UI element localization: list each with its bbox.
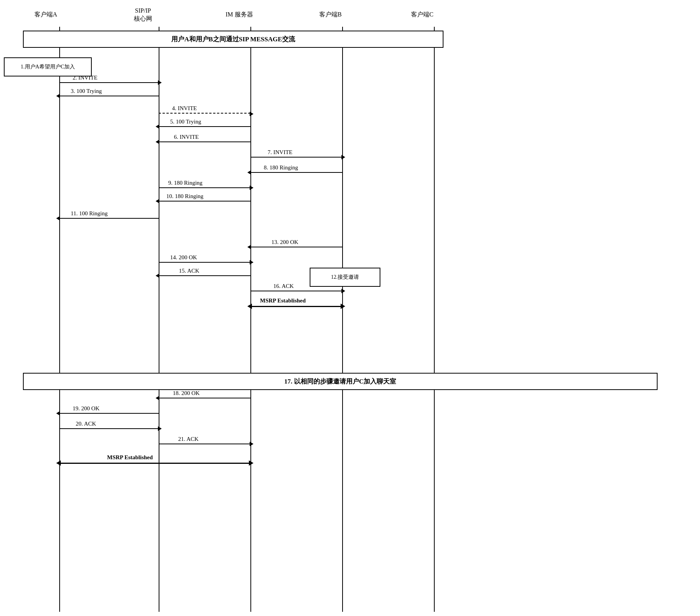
arrow-13-ok — [250, 247, 342, 247]
lane-line-clientC — [434, 27, 435, 612]
arrow-msrp2 — [59, 463, 250, 464]
label-8-ringing: 8. 180 Ringing — [264, 164, 298, 171]
label-msrp1: MSRP Established — [260, 297, 306, 304]
lane-label-im: IM 服务器 — [226, 11, 253, 19]
lane-line-sip — [159, 27, 159, 612]
label-5-trying: 5. 100 Trying — [170, 119, 201, 125]
arrow-9-ringing — [159, 187, 250, 188]
label-2-invite: 2. INVITE — [73, 75, 97, 81]
label-13-ok: 13. 200 OK — [271, 239, 298, 245]
arrow-16-ack — [250, 291, 342, 291]
label-19-ok: 19. 200 OK — [73, 405, 99, 412]
diagram: 客户端A SIP/IP核心网 IM 服务器 客户端B 客户端C 用户A和用户B之… — [0, 0, 700, 616]
arrow-10-ringing — [159, 201, 250, 202]
action-box-accept-invite: 12.接受邀请 — [310, 268, 380, 287]
arrow-4-invite — [159, 113, 250, 114]
arrow-2-invite — [59, 82, 159, 83]
label-21-ack: 21. ACK — [178, 436, 198, 442]
header-box-msg-exchange: 用户A和用户B之间通过SIP MESSAGE交流 — [23, 31, 443, 48]
label-6-invite: 6. INVITE — [174, 134, 199, 140]
arrow-18-ok — [159, 398, 250, 398]
label-7-invite: 7. INVITE — [268, 149, 292, 156]
lane-line-clientA — [59, 27, 60, 612]
label-9-ringing: 9. 180 Ringing — [168, 180, 203, 186]
arrow-6-invite — [159, 141, 250, 142]
label-4-invite: 4. INVITE — [172, 105, 197, 112]
action-box-user-c-join: 1.用户A希望用户C加入 — [4, 57, 92, 76]
lane-label-clientC: 客户端C — [411, 11, 434, 19]
label-16-ack: 16. ACK — [273, 283, 294, 289]
arrow-5-trying — [159, 126, 250, 127]
lane-label-clientB: 客户端B — [319, 11, 342, 19]
label-msrp2: MSRP Established — [107, 454, 153, 461]
lane-line-clientB — [342, 27, 343, 612]
arrow-20-ack — [59, 428, 159, 429]
arrow-11-ringing — [59, 218, 159, 219]
label-15-ack: 15. ACK — [179, 268, 199, 274]
arrow-14-ok — [159, 262, 250, 263]
label-14-ok: 14. 200 OK — [170, 254, 197, 261]
arrow-7-invite — [250, 157, 342, 158]
label-10-ringing: 10. 180 Ringing — [166, 193, 203, 200]
label-20-ack: 20. ACK — [76, 421, 96, 427]
arrow-3-trying — [59, 96, 159, 96]
arrow-15-ack — [159, 275, 250, 276]
arrow-msrp1 — [250, 306, 342, 307]
arrow-19-ok — [59, 413, 159, 414]
label-18-ok: 18. 200 OK — [173, 390, 200, 397]
arrow-8-ringing — [250, 172, 342, 173]
lane-label-sip: SIP/IP核心网 — [134, 7, 152, 23]
header-box-invite-c: 17. 以相同的步骤邀请用户C加入聊天室 — [23, 373, 658, 390]
label-3-trying: 3. 100 Trying — [71, 88, 102, 94]
label-11-ringing: 11. 100 Ringing — [71, 210, 108, 217]
arrow-21-ack — [159, 444, 250, 444]
lane-label-clientA: 客户端A — [34, 11, 57, 19]
